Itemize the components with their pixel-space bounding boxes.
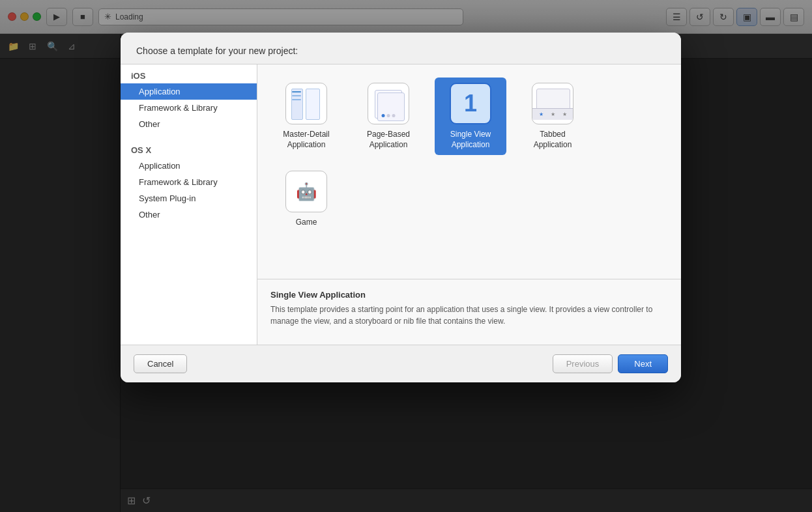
master-detail-icon xyxy=(285,83,327,124)
cancel-button[interactable]: Cancel xyxy=(134,354,187,373)
nav-item-osx-framework[interactable]: Framework & Library xyxy=(121,174,257,190)
description-text: This template provides a starting point … xyxy=(270,304,668,327)
dialog-title: Choose a template for your new project: xyxy=(136,46,665,56)
tabbed-icon: ★ ★ ★ xyxy=(532,83,573,124)
dialog-content: Master-DetailApplication xyxy=(257,64,681,345)
nav-item-osx-application[interactable]: Application xyxy=(121,158,257,174)
nav-item-ios-framework[interactable]: Framework & Library xyxy=(121,100,257,116)
nav-item-ios-application[interactable]: Application xyxy=(121,83,257,100)
navigation-buttons: Previous Next xyxy=(553,354,668,373)
single-view-icon: 1 xyxy=(450,83,491,124)
description-title: Single View Application xyxy=(270,290,668,300)
templates-grid: Master-DetailApplication xyxy=(257,64,681,279)
template-tabbed[interactable]: ★ ★ ★ TabbedApplication xyxy=(517,78,588,155)
page-based-icon xyxy=(368,83,409,124)
next-button[interactable]: Next xyxy=(618,354,668,373)
template-single-view[interactable]: 1 Single ViewApplication xyxy=(435,78,506,155)
description-panel: Single View Application This template pr… xyxy=(257,279,681,345)
dialog-header: Choose a template for your new project: xyxy=(121,33,681,64)
template-page-based[interactable]: Page-BasedApplication xyxy=(353,78,424,155)
dialog-body: iOS Application Framework & Library Othe… xyxy=(121,64,681,345)
nav-item-ios-other[interactable]: Other xyxy=(121,116,257,132)
template-master-detail[interactable]: Master-DetailApplication xyxy=(270,78,342,155)
game-label: Game xyxy=(296,218,317,228)
single-view-label: Single ViewApplication xyxy=(450,130,491,150)
ios-section-header: iOS xyxy=(121,64,257,83)
new-project-dialog: Choose a template for your new project: … xyxy=(121,33,681,382)
nav-item-osx-other[interactable]: Other xyxy=(121,206,257,223)
modal-overlay: Choose a template for your new project: … xyxy=(0,0,812,512)
dialog-footer: Cancel Previous Next xyxy=(121,345,681,382)
dialog-nav: iOS Application Framework & Library Othe… xyxy=(121,64,257,345)
game-icon: 🤖 xyxy=(285,171,327,212)
previous-button[interactable]: Previous xyxy=(553,354,613,373)
page-based-label: Page-BasedApplication xyxy=(367,130,410,150)
tabbed-label: TabbedApplication xyxy=(534,130,572,150)
template-game[interactable]: 🤖 Game xyxy=(270,165,342,233)
nav-item-osx-plugin[interactable]: System Plug-in xyxy=(121,190,257,206)
master-detail-label: Master-DetailApplication xyxy=(283,130,329,150)
osx-section-header: OS X xyxy=(121,139,257,158)
